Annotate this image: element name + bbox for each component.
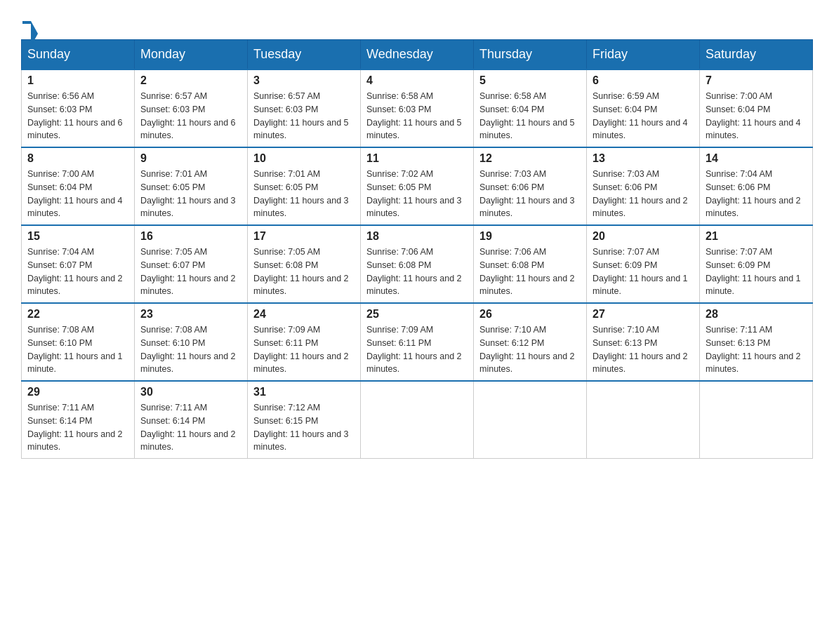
day-header-saturday: Saturday	[700, 40, 813, 70]
calendar-cell: 5 Sunrise: 6:58 AMSunset: 6:04 PMDayligh…	[474, 69, 587, 147]
day-info: Sunrise: 7:05 AMSunset: 6:07 PMDaylight:…	[140, 246, 241, 298]
day-number: 3	[253, 74, 355, 87]
day-info: Sunrise: 6:57 AMSunset: 6:03 PMDaylight:…	[253, 90, 355, 142]
day-number: 24	[253, 308, 355, 321]
calendar-cell: 27 Sunrise: 7:10 AMSunset: 6:13 PMDaylig…	[587, 303, 700, 381]
day-info: Sunrise: 7:03 AMSunset: 6:06 PMDaylight:…	[593, 168, 694, 220]
calendar-cell: 29 Sunrise: 7:11 AMSunset: 6:14 PMDaylig…	[22, 381, 135, 459]
day-info: Sunrise: 7:02 AMSunset: 6:05 PMDaylight:…	[366, 168, 468, 220]
day-number: 30	[140, 386, 241, 398]
calendar-week-row: 15 Sunrise: 7:04 AMSunset: 6:07 PMDaylig…	[22, 225, 813, 303]
day-info: Sunrise: 7:08 AMSunset: 6:10 PMDaylight:…	[140, 323, 241, 376]
day-info: Sunrise: 6:57 AMSunset: 6:03 PMDaylight:…	[140, 90, 241, 142]
calendar-cell	[587, 381, 700, 459]
calendar-cell: 8 Sunrise: 7:00 AMSunset: 6:04 PMDayligh…	[22, 147, 135, 225]
calendar-cell: 31 Sunrise: 7:12 AMSunset: 6:15 PMDaylig…	[248, 381, 361, 459]
calendar-cell: 10 Sunrise: 7:01 AMSunset: 6:05 PMDaylig…	[248, 147, 361, 225]
calendar-cell: 25 Sunrise: 7:09 AMSunset: 6:11 PMDaylig…	[361, 303, 474, 381]
calendar-cell: 13 Sunrise: 7:03 AMSunset: 6:06 PMDaylig…	[587, 147, 700, 225]
day-info: Sunrise: 6:58 AMSunset: 6:04 PMDaylight:…	[479, 90, 581, 142]
calendar-table: SundayMondayTuesdayWednesdayThursdayFrid…	[21, 39, 813, 459]
day-info: Sunrise: 6:58 AMSunset: 6:03 PMDaylight:…	[366, 90, 468, 142]
day-info: Sunrise: 6:59 AMSunset: 6:04 PMDaylight:…	[593, 90, 694, 142]
calendar-cell: 14 Sunrise: 7:04 AMSunset: 6:06 PMDaylig…	[700, 147, 813, 225]
calendar-week-row: 22 Sunrise: 7:08 AMSunset: 6:10 PMDaylig…	[22, 303, 813, 381]
day-number: 29	[27, 386, 128, 398]
calendar-cell: 21 Sunrise: 7:07 AMSunset: 6:09 PMDaylig…	[700, 225, 813, 303]
day-info: Sunrise: 7:09 AMSunset: 6:11 PMDaylight:…	[366, 323, 468, 376]
day-info: Sunrise: 7:11 AMSunset: 6:14 PMDaylight:…	[27, 401, 128, 454]
day-number: 10	[253, 152, 355, 165]
logo-blue-box	[22, 21, 31, 24]
day-number: 15	[27, 230, 128, 243]
calendar-cell: 7 Sunrise: 7:00 AMSunset: 6:04 PMDayligh…	[700, 69, 813, 147]
day-number: 2	[140, 74, 241, 87]
day-header-thursday: Thursday	[474, 40, 587, 70]
day-info: Sunrise: 7:06 AMSunset: 6:08 PMDaylight:…	[366, 246, 468, 298]
day-header-sunday: Sunday	[22, 40, 135, 70]
day-number: 6	[593, 74, 694, 87]
day-number: 27	[593, 308, 694, 321]
calendar-cell: 16 Sunrise: 7:05 AMSunset: 6:07 PMDaylig…	[135, 225, 248, 303]
day-number: 31	[253, 386, 355, 398]
day-number: 23	[140, 308, 241, 321]
day-number: 14	[706, 152, 807, 165]
calendar-cell	[700, 381, 813, 459]
calendar-cell: 28 Sunrise: 7:11 AMSunset: 6:13 PMDaylig…	[700, 303, 813, 381]
logo	[21, 21, 31, 25]
day-info: Sunrise: 7:06 AMSunset: 6:08 PMDaylight:…	[479, 246, 581, 298]
day-number: 21	[706, 230, 807, 243]
calendar-cell: 19 Sunrise: 7:06 AMSunset: 6:08 PMDaylig…	[474, 225, 587, 303]
day-info: Sunrise: 7:04 AMSunset: 6:07 PMDaylight:…	[27, 246, 128, 298]
calendar-cell: 23 Sunrise: 7:08 AMSunset: 6:10 PMDaylig…	[135, 303, 248, 381]
day-info: Sunrise: 6:56 AMSunset: 6:03 PMDaylight:…	[27, 90, 128, 142]
calendar-cell: 6 Sunrise: 6:59 AMSunset: 6:04 PMDayligh…	[587, 69, 700, 147]
calendar-week-row: 8 Sunrise: 7:00 AMSunset: 6:04 PMDayligh…	[22, 147, 813, 225]
day-info: Sunrise: 7:03 AMSunset: 6:06 PMDaylight:…	[479, 168, 581, 220]
day-number: 13	[593, 152, 694, 165]
day-number: 1	[27, 74, 128, 87]
calendar-cell	[474, 381, 587, 459]
day-info: Sunrise: 7:12 AMSunset: 6:15 PMDaylight:…	[253, 401, 355, 454]
calendar-cell: 12 Sunrise: 7:03 AMSunset: 6:06 PMDaylig…	[474, 147, 587, 225]
day-number: 19	[479, 230, 581, 243]
calendar-week-row: 1 Sunrise: 6:56 AMSunset: 6:03 PMDayligh…	[22, 69, 813, 147]
day-header-monday: Monday	[135, 40, 248, 70]
day-info: Sunrise: 7:10 AMSunset: 6:13 PMDaylight:…	[593, 323, 694, 376]
day-info: Sunrise: 7:07 AMSunset: 6:09 PMDaylight:…	[593, 246, 694, 298]
day-info: Sunrise: 7:01 AMSunset: 6:05 PMDaylight:…	[253, 168, 355, 220]
day-info: Sunrise: 7:00 AMSunset: 6:04 PMDaylight:…	[706, 90, 807, 142]
day-number: 20	[593, 230, 694, 243]
day-info: Sunrise: 7:11 AMSunset: 6:13 PMDaylight:…	[706, 323, 807, 376]
day-info: Sunrise: 7:05 AMSunset: 6:08 PMDaylight:…	[253, 246, 355, 298]
calendar-cell: 9 Sunrise: 7:01 AMSunset: 6:05 PMDayligh…	[135, 147, 248, 225]
day-info: Sunrise: 7:08 AMSunset: 6:10 PMDaylight:…	[27, 323, 128, 376]
calendar-cell: 18 Sunrise: 7:06 AMSunset: 6:08 PMDaylig…	[361, 225, 474, 303]
day-number: 11	[366, 152, 468, 165]
calendar-cell: 2 Sunrise: 6:57 AMSunset: 6:03 PMDayligh…	[135, 69, 248, 147]
day-number: 25	[366, 308, 468, 321]
calendar-cell: 22 Sunrise: 7:08 AMSunset: 6:10 PMDaylig…	[22, 303, 135, 381]
day-info: Sunrise: 7:04 AMSunset: 6:06 PMDaylight:…	[706, 168, 807, 220]
day-number: 8	[27, 152, 128, 165]
calendar-cell: 11 Sunrise: 7:02 AMSunset: 6:05 PMDaylig…	[361, 147, 474, 225]
day-info: Sunrise: 7:00 AMSunset: 6:04 PMDaylight:…	[27, 168, 128, 220]
day-info: Sunrise: 7:01 AMSunset: 6:05 PMDaylight:…	[140, 168, 241, 220]
day-number: 18	[366, 230, 468, 243]
calendar-cell: 17 Sunrise: 7:05 AMSunset: 6:08 PMDaylig…	[248, 225, 361, 303]
day-number: 17	[253, 230, 355, 243]
calendar-cell	[361, 381, 474, 459]
calendar-week-row: 29 Sunrise: 7:11 AMSunset: 6:14 PMDaylig…	[22, 381, 813, 459]
day-info: Sunrise: 7:07 AMSunset: 6:09 PMDaylight:…	[706, 246, 807, 298]
day-info: Sunrise: 7:09 AMSunset: 6:11 PMDaylight:…	[253, 323, 355, 376]
day-number: 16	[140, 230, 241, 243]
calendar-cell: 15 Sunrise: 7:04 AMSunset: 6:07 PMDaylig…	[22, 225, 135, 303]
calendar-cell: 4 Sunrise: 6:58 AMSunset: 6:03 PMDayligh…	[361, 69, 474, 147]
day-number: 5	[479, 74, 581, 87]
calendar-cell: 3 Sunrise: 6:57 AMSunset: 6:03 PMDayligh…	[248, 69, 361, 147]
day-number: 22	[27, 308, 128, 321]
day-header-friday: Friday	[587, 40, 700, 70]
calendar-cell: 20 Sunrise: 7:07 AMSunset: 6:09 PMDaylig…	[587, 225, 700, 303]
day-number: 12	[479, 152, 581, 165]
page-header	[21, 21, 813, 25]
